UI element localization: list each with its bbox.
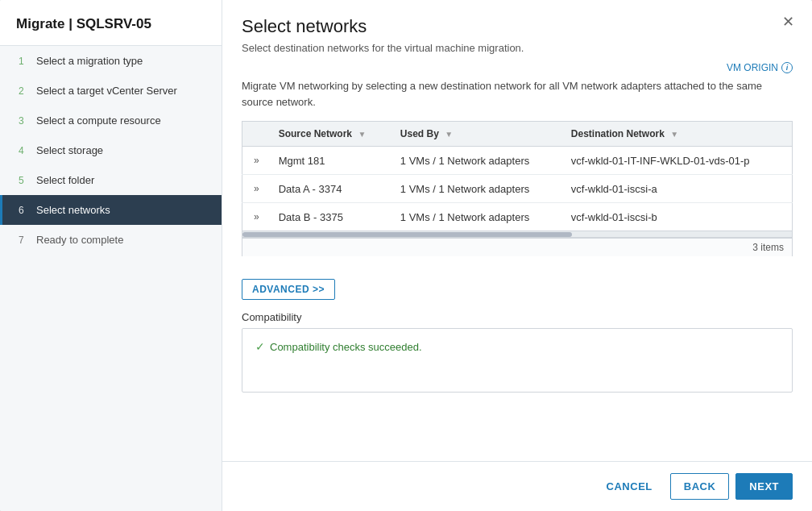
sidebar-item-ready[interactable]: 7 Ready to complete — [0, 225, 222, 255]
col-header-used-by: Used By ▼ — [392, 122, 563, 147]
destination-network-3[interactable]: vcf-wkld-01-iscsi-b — [563, 203, 793, 231]
sidebar-item-networks[interactable]: 6 Select networks — [0, 195, 222, 225]
vm-origin-label: VM ORIGIN — [727, 62, 778, 73]
step-num-7: 7 — [19, 235, 30, 246]
used-by-2: 1 VMs / 1 Network adapters — [392, 175, 563, 203]
compatibility-section: Compatibility ✓ Compatibility checks suc… — [242, 311, 793, 393]
col-header-expand — [242, 122, 271, 147]
horizontal-scrollbar[interactable] — [242, 231, 793, 238]
sidebar-item-folder[interactable]: 5 Select folder — [0, 165, 222, 195]
items-count: 3 items — [752, 242, 784, 253]
used-by-1: 1 VMs / 1 Network adapters — [392, 147, 563, 175]
destination-network-2[interactable]: vcf-wkld-01-iscsi-a — [563, 175, 793, 203]
sidebar-item-label-2: Select a target vCenter Server — [36, 85, 177, 97]
sidebar-item-label-1: Select a migration type — [36, 55, 143, 67]
table-row: » Data B - 3375 1 VMs / 1 Network adapte… — [242, 203, 793, 231]
page-subtitle: Select destination networks for the virt… — [242, 42, 793, 54]
source-network-3: Data B - 3375 — [271, 203, 392, 231]
expand-btn-2[interactable]: » — [251, 181, 263, 196]
cancel-button[interactable]: CANCEL — [595, 474, 664, 499]
filter-icon-source[interactable]: ▼ — [358, 130, 366, 139]
back-button[interactable]: BACK — [670, 473, 730, 500]
sidebar-item-label-4: Select storage — [36, 144, 103, 156]
source-network-1: Mgmt 181 — [271, 147, 392, 175]
step-num-4: 4 — [19, 145, 30, 156]
step-num-2: 2 — [19, 85, 30, 97]
col-header-source: Source Network ▼ — [271, 122, 392, 147]
source-network-2: Data A - 3374 — [271, 175, 392, 203]
expand-btn-3[interactable]: » — [251, 210, 263, 224]
info-icon: i — [781, 62, 793, 73]
page-title: Select networks — [242, 16, 793, 37]
next-button[interactable]: NEXT — [735, 473, 793, 500]
sidebar-item-label-5: Select folder — [36, 174, 94, 186]
sidebar-item-vcenter[interactable]: 2 Select a target vCenter Server — [0, 76, 222, 106]
step-num-6: 6 — [19, 205, 30, 216]
table-footer: 3 items — [242, 238, 793, 256]
scrollable-content: Source Network ▼ Used By ▼ Destination N… — [222, 121, 812, 461]
table-row: » Data A - 3374 1 VMs / 1 Network adapte… — [242, 175, 793, 203]
migrate-description: Migrate VM networking by selecting a new… — [242, 78, 793, 110]
check-icon: ✓ — [255, 340, 265, 353]
col-header-destination: Destination Network ▼ — [563, 122, 793, 147]
sidebar-item-label-6: Select networks — [36, 204, 110, 216]
main-content-area: ✕ Select networks Select destination net… — [222, 0, 812, 511]
sidebar-item-migration-type[interactable]: 1 Select a migration type — [0, 46, 222, 76]
advanced-section: ADVANCED >> — [242, 268, 793, 300]
filter-icon-used[interactable]: ▼ — [445, 130, 453, 139]
table-row: » Mgmt 181 1 VMs / 1 Network adapters vc… — [242, 147, 793, 175]
step-num-5: 5 — [19, 175, 30, 186]
compat-success-msg: ✓ Compatibility checks succeeded. — [255, 340, 779, 353]
step-num-3: 3 — [19, 115, 30, 127]
dialog-title: Migrate | SQLSRV-05 — [0, 0, 222, 46]
advanced-button[interactable]: ADVANCED >> — [242, 279, 335, 300]
compat-text: Compatibility checks succeeded. — [270, 341, 422, 353]
scrollbar-thumb — [242, 232, 572, 237]
step-num-1: 1 — [19, 56, 30, 67]
expand-btn-1[interactable]: » — [251, 153, 263, 168]
compatibility-box: ✓ Compatibility checks succeeded. — [242, 328, 793, 393]
compatibility-label: Compatibility — [242, 311, 793, 323]
sidebar-item-label-7: Ready to complete — [36, 234, 123, 246]
page-header: ✕ Select networks Select destination net… — [222, 0, 812, 121]
used-by-3: 1 VMs / 1 Network adapters — [392, 203, 563, 231]
network-table: Source Network ▼ Used By ▼ Destination N… — [242, 121, 793, 231]
sidebar-item-storage[interactable]: 4 Select storage — [0, 135, 222, 165]
sidebar-item-compute[interactable]: 3 Select a compute resource — [0, 106, 222, 135]
filter-icon-dest[interactable]: ▼ — [670, 130, 678, 139]
vm-origin-link[interactable]: VM ORIGIN i — [727, 62, 793, 73]
sidebar: Migrate | SQLSRV-05 1 Select a migration… — [0, 0, 222, 511]
close-button[interactable]: ✕ — [777, 13, 799, 31]
destination-network-1[interactable]: vcf-wkld-01-IT-INF-WKLD-01-vds-01-p — [563, 147, 793, 175]
dialog-footer: CANCEL BACK NEXT — [222, 461, 812, 511]
vm-origin-row: VM ORIGIN i — [242, 62, 793, 73]
sidebar-item-label-3: Select a compute resource — [36, 114, 161, 127]
migrate-dialog: Migrate | SQLSRV-05 1 Select a migration… — [0, 0, 812, 511]
